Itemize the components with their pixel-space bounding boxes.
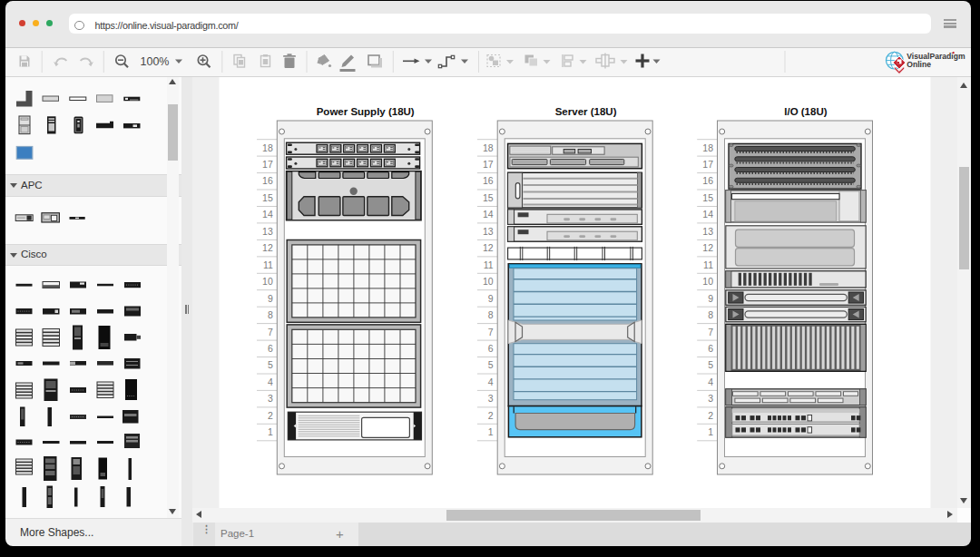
svg-text:6: 6 — [708, 342, 713, 353]
svg-text:10: 10 — [483, 276, 494, 287]
svg-text:16: 16 — [702, 175, 713, 186]
svg-text:11: 11 — [703, 259, 713, 269]
svg-text:12: 12 — [702, 242, 713, 253]
svg-text:13: 13 — [702, 225, 713, 236]
svg-text:Server (18U): Server (18U) — [555, 106, 617, 117]
svg-text:14: 14 — [483, 209, 494, 220]
svg-text:11: 11 — [263, 259, 273, 269]
svg-text:6: 6 — [268, 342, 273, 353]
svg-text:16: 16 — [483, 175, 494, 186]
svg-text:9: 9 — [268, 292, 273, 303]
svg-text:10: 10 — [262, 276, 273, 287]
svg-text:18: 18 — [483, 142, 494, 152]
svg-text:3: 3 — [488, 393, 494, 404]
svg-text:2: 2 — [708, 409, 713, 420]
svg-text:4: 4 — [488, 376, 494, 386]
svg-text:9: 9 — [708, 292, 713, 303]
svg-text:5: 5 — [708, 359, 713, 370]
svg-text:14: 14 — [262, 209, 273, 220]
svg-text:12: 12 — [483, 242, 494, 253]
svg-text:8: 8 — [708, 309, 713, 320]
svg-text:2: 2 — [268, 409, 273, 420]
svg-text:17: 17 — [702, 159, 713, 170]
svg-text:3: 3 — [708, 393, 713, 404]
svg-text:7: 7 — [268, 326, 273, 337]
svg-text:Power Supply (18U): Power Supply (18U) — [317, 106, 415, 117]
svg-text:16: 16 — [262, 175, 273, 186]
svg-text:5: 5 — [268, 359, 273, 370]
svg-text:6: 6 — [488, 342, 494, 353]
svg-text:1: 1 — [268, 426, 273, 437]
svg-text:Online: Online — [906, 60, 931, 69]
svg-text:17: 17 — [483, 159, 494, 170]
svg-text:I/O (18U): I/O (18U) — [784, 106, 827, 117]
svg-text:15: 15 — [262, 191, 273, 202]
svg-text:15: 15 — [483, 191, 494, 202]
svg-text:5: 5 — [488, 359, 494, 370]
svg-text:100%: 100% — [141, 55, 170, 68]
svg-text:1: 1 — [708, 426, 713, 437]
svg-text:7: 7 — [488, 326, 494, 337]
svg-text:7: 7 — [708, 326, 713, 337]
svg-text:1: 1 — [488, 426, 494, 437]
svg-text:9: 9 — [488, 292, 494, 303]
svg-text:18: 18 — [262, 142, 273, 152]
svg-text:10: 10 — [702, 276, 713, 287]
svg-text:14: 14 — [702, 209, 713, 220]
svg-text:12: 12 — [262, 242, 273, 253]
svg-text:18: 18 — [702, 142, 713, 152]
svg-text:4: 4 — [708, 376, 713, 386]
svg-text:17: 17 — [262, 159, 273, 170]
svg-text:8: 8 — [488, 309, 494, 320]
svg-text:11: 11 — [484, 259, 494, 269]
svg-text:13: 13 — [262, 225, 273, 236]
svg-text:3: 3 — [268, 393, 273, 404]
svg-text:4: 4 — [268, 376, 273, 386]
svg-text:8: 8 — [268, 309, 273, 320]
svg-text:13: 13 — [483, 225, 494, 236]
svg-text:15: 15 — [702, 191, 713, 202]
svg-text:2: 2 — [488, 409, 494, 420]
